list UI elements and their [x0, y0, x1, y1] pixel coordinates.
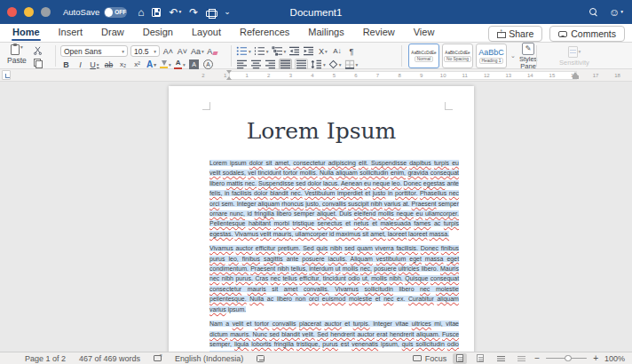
word: ipsum, — [381, 341, 399, 347]
close-window-button[interactable] — [7, 7, 17, 17]
word: velit — [209, 170, 220, 176]
show-formatting-marks-button[interactable]: ¶ — [345, 45, 357, 57]
comments-button[interactable]: Comments — [549, 26, 625, 42]
paragraph[interactable]: Vivamus auctor efficitur pretium. Sed qu… — [209, 243, 459, 314]
selected-text: Lorem ipsum dolor sit amet, consectetur … — [209, 160, 459, 237]
zoom-level[interactable]: 100% — [604, 354, 625, 363]
focus-icon — [413, 355, 422, 361]
view-web-layout-button[interactable] — [473, 353, 487, 364]
autosave-toggle[interactable]: OFF — [104, 7, 127, 18]
word-count[interactable]: 467 of 469 words — [79, 354, 140, 363]
word: venenatis — [352, 341, 378, 347]
undo-icon[interactable]: ↶▾ — [169, 7, 181, 18]
font-name-select[interactable]: Open Sans▾ — [60, 45, 128, 57]
zoom-slider-thumb[interactable] — [565, 355, 572, 362]
word: vitae — [395, 320, 408, 327]
redo-icon[interactable]: ↷ — [189, 7, 198, 18]
tab-view[interactable]: View — [413, 25, 436, 41]
word: in — [388, 190, 392, 196]
asian-layout-button[interactable]: X▾ — [317, 45, 328, 57]
styles-pane-button[interactable]: ✎ StylesPane — [519, 43, 537, 70]
indent-marker-left-icon[interactable] — [225, 70, 233, 80]
focus-label: Focus — [425, 354, 447, 363]
print-icon[interactable] — [206, 9, 216, 17]
tab-draw[interactable]: Draw — [100, 25, 125, 41]
paragraph[interactable]: Lorem ipsum dolor sit amet, consectetur … — [209, 158, 459, 239]
change-case-button[interactable]: Aa▾ — [191, 45, 204, 57]
grow-font-button[interactable]: A˄ — [162, 45, 174, 57]
save-icon[interactable] — [152, 8, 161, 17]
view-print-layout-button[interactable] — [453, 353, 467, 364]
word: nec. — [245, 180, 257, 186]
word: quis — [402, 341, 414, 347]
home-icon[interactable]: ⌂ — [138, 7, 144, 18]
style-card-normal[interactable]: AaBbCcDdEeNormal — [408, 44, 439, 68]
numbering-button[interactable]: ▾ — [254, 45, 269, 57]
selected-text: Nam a velit et tortor convallis placerat… — [209, 320, 459, 352]
multilevel-list-button[interactable]: ▾ — [272, 45, 287, 57]
ruler-number: 2 — [201, 72, 204, 79]
clear-formatting-button[interactable]: A — [207, 45, 218, 57]
style-card-heading-1[interactable]: AaBbCHeading 1 — [476, 44, 507, 68]
search-icon[interactable] — [589, 8, 598, 17]
cut-button[interactable] — [32, 44, 43, 56]
tab-stop-selector-icon[interactable] — [2, 70, 11, 80]
font-size-select[interactable]: 10.5▾ — [130, 45, 160, 57]
word: ultrices — [412, 320, 431, 327]
tab-review[interactable]: Review — [362, 25, 396, 41]
word: leo. — [391, 180, 401, 186]
autosave-control[interactable]: AutoSave OFF — [63, 7, 127, 18]
view-draft-button[interactable] — [514, 353, 528, 364]
focus-button[interactable]: Focus — [413, 354, 447, 363]
language-indicator[interactable]: English (Indonesia) — [175, 354, 243, 363]
minimize-window-button[interactable] — [24, 7, 34, 17]
tab-insert[interactable]: Insert — [58, 25, 84, 41]
word: blandit — [270, 190, 288, 196]
copy-button[interactable] — [32, 57, 43, 68]
share-button[interactable]: Share — [488, 26, 542, 42]
tab-mailings[interactable]: Mailings — [307, 25, 344, 41]
word: velit — [260, 231, 271, 237]
increase-indent-button[interactable] — [303, 45, 314, 57]
word: ullamcorper — [295, 231, 328, 237]
strikethrough-icon: ab — [105, 60, 113, 69]
word: sodales, — [223, 170, 246, 176]
bullets-button[interactable]: ▾ — [236, 45, 251, 57]
sensitivity-button[interactable]: ▾ Sensitivity — [559, 46, 589, 67]
paste-dropdown-icon[interactable]: ▾ — [20, 44, 23, 50]
word: sollicitudin — [365, 286, 393, 292]
word: sollicitudin — [359, 170, 388, 176]
ruler[interactable]: 21123456789101112131415161718 — [0, 69, 632, 82]
tab-design[interactable]: Design — [142, 25, 174, 41]
customize-toolbar-icon[interactable]: ⌄ — [224, 8, 231, 16]
input-source-icon[interactable] — [257, 355, 265, 362]
shrink-font-button[interactable]: A˅ — [177, 45, 188, 57]
indent-marker-right-icon[interactable] — [573, 72, 579, 80]
zoom-in-button[interactable]: + — [593, 354, 598, 363]
document-page[interactable]: Lorem Ipsum Lorem ipsum dolor sit amet, … — [169, 86, 474, 352]
feedback-smiley-icon[interactable]: ☺▾ — [609, 7, 623, 18]
word: id — [329, 231, 334, 237]
outline-view-icon — [497, 355, 505, 362]
word: varius — [209, 306, 226, 313]
tab-home[interactable]: Home — [12, 25, 41, 41]
document-heading[interactable]: Lorem Ipsum — [169, 118, 474, 144]
word: finibus — [441, 245, 459, 251]
zoom-window-button[interactable] — [41, 7, 51, 17]
zoom-out-button[interactable]: − — [534, 354, 540, 363]
word: mi, — [434, 320, 442, 327]
tab-references[interactable]: References — [239, 25, 290, 41]
word-window: AutoSave OFF ⌂ ↶▾ ↷ ⌄ Document1 ☺▾ HomeI… — [0, 0, 632, 364]
styles-gallery-more-icon[interactable]: ⌄ — [510, 52, 516, 59]
view-outline-button[interactable] — [494, 353, 508, 364]
sort-button[interactable]: A↓ — [331, 45, 343, 57]
zoom-slider[interactable] — [546, 358, 587, 360]
decrease-indent-button[interactable] — [288, 45, 300, 57]
proofing-errors-icon[interactable] — [154, 355, 162, 361]
ruler-number: 7 — [376, 72, 379, 79]
page-indicator[interactable]: Page 1 of 2 — [25, 354, 66, 363]
paragraph[interactable]: Nam a velit et tortor convallis placerat… — [209, 319, 459, 352]
style-card-no-spacing[interactable]: AaBbCcDdEeNo Spacing — [442, 44, 473, 68]
undo-dropdown-icon[interactable]: ▾ — [179, 10, 182, 15]
tab-layout[interactable]: Layout — [191, 25, 222, 41]
